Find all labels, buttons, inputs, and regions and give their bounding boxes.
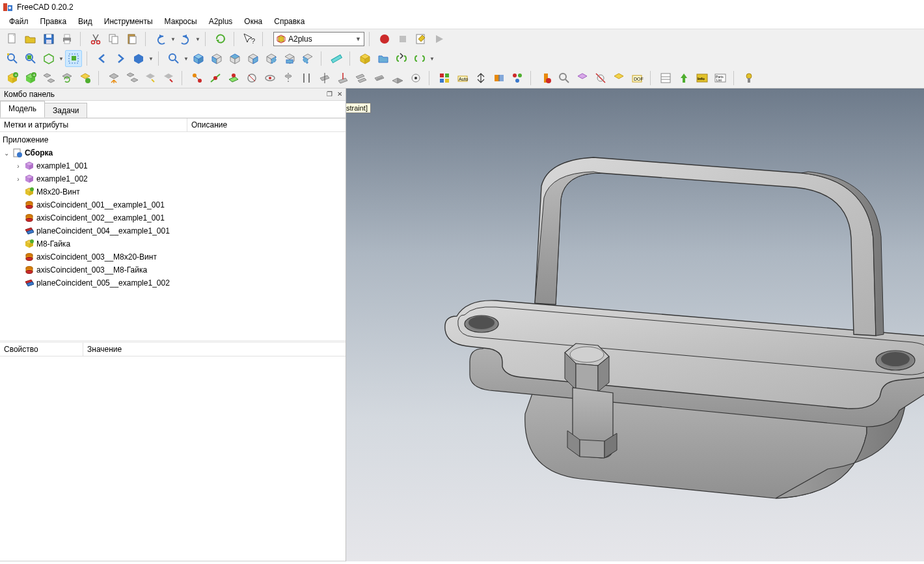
a2p-edit-constraint-icon[interactable] bbox=[142, 70, 159, 87]
view-right-icon[interactable] bbox=[245, 50, 262, 67]
undo-icon[interactable] bbox=[152, 31, 169, 47]
a2p-flip-icon[interactable] bbox=[472, 70, 489, 87]
tree-item[interactable]: axisCoincident_002__example1_001 bbox=[0, 211, 346, 224]
a2p-repair-tree-icon[interactable] bbox=[537, 70, 554, 87]
fit-all-icon[interactable] bbox=[4, 50, 21, 67]
a2p-show-hierarchy-icon[interactable] bbox=[509, 70, 526, 87]
a2p-search-icon[interactable] bbox=[556, 70, 573, 87]
panel-close-icon[interactable]: ✕ bbox=[335, 90, 344, 98]
expander-icon[interactable]: ⌄ bbox=[3, 150, 10, 157]
a2p-axis-plane-normal-icon[interactable] bbox=[334, 70, 351, 87]
macro-stop-icon[interactable] bbox=[394, 31, 411, 47]
part-create-icon[interactable] bbox=[357, 50, 374, 67]
link-actions-dd-icon[interactable]: ▼ bbox=[429, 56, 435, 62]
macro-record-icon[interactable] bbox=[376, 31, 393, 47]
menu-file[interactable]: Файл bbox=[4, 16, 34, 27]
print-icon[interactable] bbox=[59, 31, 75, 47]
a2p-recursive-update-icon[interactable] bbox=[77, 70, 94, 87]
a2p-parts-info-icon[interactable]: Info bbox=[694, 70, 711, 87]
menu-edit[interactable]: Правка bbox=[35, 16, 72, 27]
a2p-toggle-visibility-icon[interactable] bbox=[592, 70, 609, 87]
a2p-axis-plane-parallel-icon[interactable] bbox=[316, 70, 333, 87]
tree-item[interactable]: ›example1_002 bbox=[0, 172, 346, 185]
fit-selection-icon[interactable] bbox=[22, 50, 39, 67]
expander-icon[interactable]: › bbox=[14, 176, 22, 183]
measure-icon[interactable] bbox=[328, 50, 345, 67]
view-iso-icon[interactable] bbox=[190, 50, 207, 67]
a2p-axis-parallel-icon[interactable] bbox=[298, 70, 315, 87]
menu-tools[interactable]: Инструменты bbox=[99, 16, 158, 27]
copy-icon[interactable] bbox=[105, 31, 122, 47]
macro-play-icon[interactable] bbox=[431, 31, 448, 47]
a2p-isolate-icon[interactable] bbox=[574, 70, 591, 87]
a2p-move-icon[interactable] bbox=[105, 70, 122, 87]
zoom-dd-icon[interactable]: ▼ bbox=[183, 56, 189, 62]
tree-item[interactable]: axisCoincident_003__М8х20-Винт bbox=[0, 250, 346, 263]
a2p-dof-icon[interactable]: DOF bbox=[629, 70, 645, 87]
macro-edit-icon[interactable] bbox=[413, 31, 429, 47]
menu-a2plus[interactable]: A2plus bbox=[204, 16, 238, 27]
drawstyle-dd-icon[interactable]: ▼ bbox=[59, 56, 64, 62]
zoom-icon[interactable] bbox=[165, 50, 182, 67]
paste-icon[interactable] bbox=[124, 31, 141, 47]
tree-item[interactable]: ›example1_001 bbox=[0, 159, 346, 172]
draw-style-icon[interactable] bbox=[40, 50, 57, 67]
tab-tasks[interactable]: Задачи bbox=[44, 103, 87, 118]
menu-help[interactable]: Справка bbox=[269, 16, 310, 27]
tree-item[interactable]: М8х20-Винт bbox=[0, 185, 346, 198]
open-icon[interactable] bbox=[22, 31, 39, 47]
redo-dropdown-icon[interactable]: ▼ bbox=[195, 36, 200, 42]
menu-macros[interactable]: Макросы bbox=[159, 16, 202, 27]
a2p-define-constraints-icon[interactable] bbox=[436, 70, 453, 87]
tree-item[interactable]: planeCoincident_005__example1_002 bbox=[0, 276, 346, 289]
a2p-angled-planes-icon[interactable] bbox=[389, 70, 406, 87]
tree-item[interactable]: axisCoincident_001__example1_001 bbox=[0, 198, 346, 211]
tree-root[interactable]: ⌄ Сборка bbox=[0, 146, 346, 159]
a2p-plane-coincident-icon[interactable] bbox=[371, 70, 388, 87]
menu-view[interactable]: Вид bbox=[73, 16, 98, 27]
workbench-selector[interactable]: A2plus ▼ bbox=[273, 32, 364, 46]
panel-float-icon[interactable]: ❐ bbox=[325, 90, 334, 98]
3d-viewport[interactable]: [A2p_Constraint] bbox=[346, 88, 924, 561]
tree-item[interactable]: planeCoincident_004__example1_001 bbox=[0, 224, 346, 237]
new-document-icon[interactable] bbox=[4, 31, 21, 47]
a2p-duplicate-icon[interactable] bbox=[124, 70, 141, 87]
a2p-diagnose-icon[interactable] bbox=[741, 70, 757, 87]
view-front-icon[interactable] bbox=[208, 50, 225, 67]
a2p-edit-part-icon[interactable] bbox=[40, 70, 57, 87]
a2p-point-on-plane-icon[interactable] bbox=[225, 70, 242, 87]
undo-dropdown-icon[interactable]: ▼ bbox=[170, 36, 176, 42]
a2p-axial-icon[interactable] bbox=[280, 70, 297, 87]
link-make-icon[interactable] bbox=[393, 50, 410, 67]
group-icon[interactable] bbox=[375, 50, 392, 67]
tree-item[interactable]: М8-Гайка bbox=[0, 237, 346, 250]
view-rear-icon[interactable] bbox=[263, 50, 280, 67]
redo-icon[interactable] bbox=[177, 31, 194, 47]
tree-app-root[interactable]: Приложение bbox=[0, 133, 346, 146]
a2p-point-identity-icon[interactable] bbox=[189, 70, 206, 87]
model-tree[interactable]: Приложение ⌄ Сборка ›example1_001›exampl… bbox=[0, 132, 346, 340]
link-dd-icon[interactable]: ▼ bbox=[148, 56, 154, 62]
tab-model[interactable]: Модель bbox=[0, 101, 45, 118]
bounding-box-icon[interactable] bbox=[65, 50, 82, 67]
a2p-center-of-mass-icon[interactable] bbox=[407, 70, 424, 87]
a2p-delete-icon[interactable] bbox=[160, 70, 177, 87]
a2p-partlist-icon[interactable] bbox=[657, 70, 674, 87]
link-actions-icon[interactable] bbox=[411, 50, 428, 67]
a2p-sphere-icon[interactable] bbox=[243, 70, 260, 87]
a2p-add-part-icon[interactable]: + bbox=[4, 70, 21, 87]
tree-item[interactable]: axisCoincident_003__М8-Гайка bbox=[0, 263, 346, 276]
a2p-circular-edge-icon[interactable] bbox=[262, 70, 279, 87]
view-left-icon[interactable] bbox=[299, 50, 316, 67]
a2p-planes-parallel-icon[interactable] bbox=[353, 70, 370, 87]
a2p-toggle-transparency-icon[interactable] bbox=[491, 70, 508, 87]
nav-back-icon[interactable] bbox=[94, 50, 111, 67]
refresh-icon[interactable] bbox=[212, 31, 229, 47]
a2p-add-shape-icon[interactable]: + bbox=[22, 70, 39, 87]
nav-forward-icon[interactable] bbox=[112, 50, 129, 67]
a2p-parts-list-icon[interactable]: PartsList bbox=[712, 70, 729, 87]
view-top-icon[interactable] bbox=[226, 50, 243, 67]
a2p-point-on-line-icon[interactable] bbox=[207, 70, 224, 87]
a2p-solve-icon[interactable]: Auto bbox=[454, 70, 471, 87]
a2p-update-icon[interactable] bbox=[59, 70, 75, 87]
